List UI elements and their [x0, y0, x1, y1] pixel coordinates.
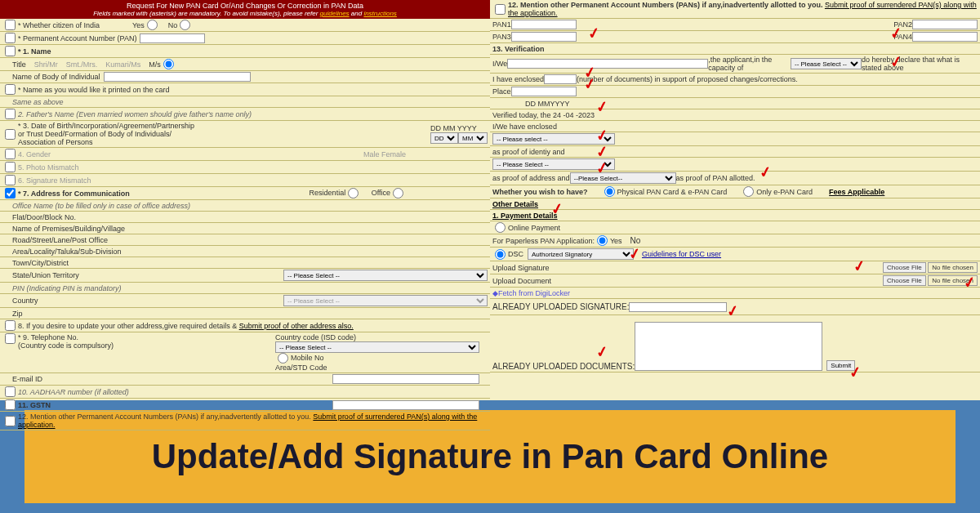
- citizen-check[interactable]: [5, 20, 16, 30]
- town-row: Town/City/District: [0, 257, 490, 269]
- place-row: Place: [490, 86, 980, 98]
- gstn-row: 11. GSTN: [0, 399, 490, 412]
- printed-check[interactable]: [5, 84, 16, 95]
- dsc-radio[interactable]: [495, 249, 506, 260]
- other-row: Other Details: [490, 199, 980, 210]
- addrproof-select[interactable]: -- Please Select --: [492, 158, 615, 170]
- gstn-input[interactable]: [332, 400, 479, 410]
- s8-check[interactable]: [5, 320, 16, 331]
- s8-row: 8. If you desire to update your other ad…: [0, 319, 490, 332]
- gender-row: 4. Gender Male Female: [0, 148, 490, 161]
- body-input[interactable]: [104, 72, 251, 82]
- mm-select[interactable]: MM: [458, 132, 488, 144]
- pin-row: PIN (Indicating PIN is mandatory): [0, 283, 490, 294]
- dob-inputs: DD MM YYYY DDMM: [430, 124, 488, 144]
- dob-row: * 3. Date of Birth/Incorporation/Agreeme…: [0, 121, 490, 148]
- enclosed-row: I have enclosed (number of documents) in…: [490, 74, 980, 86]
- dd-select[interactable]: DD: [430, 132, 458, 144]
- email-row: E-mail ID: [0, 373, 490, 386]
- ddmmyyyy-row: DD MMYYYY: [490, 98, 980, 109]
- area-row: Area/Locality/Taluka/Sub-Division: [0, 246, 490, 257]
- name-row: * 1. Name: [0, 45, 490, 58]
- addr-check[interactable]: [5, 188, 16, 199]
- online-radio[interactable]: [495, 222, 506, 233]
- digi-row: ◆ Fetch from DigiLocker: [490, 288, 980, 299]
- paperless-yes[interactable]: [597, 235, 608, 246]
- dob-check[interactable]: [5, 129, 16, 140]
- panproof-select[interactable]: --Please Select--: [570, 172, 676, 184]
- pan1-input[interactable]: [511, 20, 577, 29]
- upsig-row: Upload Signature Choose File No file cho…: [490, 261, 980, 274]
- photo-check[interactable]: [5, 162, 16, 172]
- s12-left-row: 12. Mention other Permanent Account Numb…: [0, 412, 490, 430]
- citizen-yes[interactable]: [147, 20, 158, 30]
- capacity-select[interactable]: -- Please Select --: [791, 58, 862, 69]
- pan4-input[interactable]: [912, 32, 978, 42]
- form-header: Request For New PAN Card Or/And Changes …: [0, 0, 490, 19]
- fees-link[interactable]: Fees Applicable: [829, 188, 884, 196]
- pan3-input[interactable]: [511, 32, 577, 42]
- alreadysig-input[interactable]: [629, 302, 727, 312]
- dsc-guide-link[interactable]: Guidelines for DSC user: [642, 250, 721, 258]
- pan2-input[interactable]: [912, 20, 978, 29]
- plsel2-row: -- Please Select --: [490, 158, 980, 172]
- citizen-row: * Whether citizen of India Yes No: [0, 19, 490, 32]
- wish-row: Whether you wish to have? Physical PAN C…: [490, 185, 980, 199]
- country-select[interactable]: -- Please Select --: [283, 295, 488, 306]
- instructions-link[interactable]: instructions: [363, 10, 396, 17]
- weencl-row: I/We have enclosed: [490, 121, 980, 132]
- off-radio[interactable]: [393, 188, 403, 199]
- s12-left-check[interactable]: [5, 416, 16, 426]
- alreadysig-row: ALREADY UPLOADED SIGNATURE:: [490, 299, 980, 315]
- pan-input[interactable]: [140, 33, 205, 43]
- citizen-no[interactable]: [180, 20, 190, 30]
- father-check[interactable]: [5, 109, 16, 119]
- doc-file-status: No file chosen: [928, 275, 978, 286]
- pan-row: * Permanent Account Number (PAN): [0, 32, 490, 45]
- premises-row: Name of Premises/Building/Village: [0, 223, 490, 234]
- digi-link[interactable]: Fetch from DigiLocker: [498, 289, 570, 297]
- pan-check[interactable]: [5, 33, 16, 43]
- state-select[interactable]: -- Please Select --: [283, 270, 488, 281]
- title-ms[interactable]: [163, 59, 174, 69]
- updoc-row: Upload Document Choose File No file chos…: [490, 274, 980, 288]
- sig-choose-btn[interactable]: Choose File: [883, 262, 926, 273]
- phys-radio[interactable]: [604, 186, 615, 197]
- aadhaar-row: 10. AADHAAR number (if allotted): [0, 386, 490, 399]
- name-check[interactable]: [5, 46, 16, 56]
- proofid-row: as proof of identiy and: [490, 146, 980, 158]
- gstn-check[interactable]: [5, 399, 16, 410]
- photo-row: 5. Photo Mismatch: [0, 161, 490, 174]
- email-input[interactable]: [332, 374, 479, 384]
- guidelines-link[interactable]: guidelines: [320, 10, 350, 17]
- iwe-input[interactable]: [507, 59, 708, 69]
- aadhaar-check[interactable]: [5, 386, 16, 397]
- s8-link[interactable]: Submit proof of other address also.: [239, 322, 354, 330]
- sig-check[interactable]: [5, 175, 16, 185]
- mobile-radio[interactable]: [278, 353, 288, 364]
- digilocker-icon: ◆: [492, 289, 498, 297]
- place-input[interactable]: [511, 87, 577, 96]
- s9-row: * 9. Telephone No. (Country code is comp…: [0, 332, 490, 373]
- paperless-row: For Paperless PAN Application: Yes No: [490, 234, 980, 248]
- verified-row: Verified today, the 24 -04 -2023: [490, 109, 980, 121]
- numdocs-input[interactable]: [544, 74, 577, 84]
- header-subtitle: Fields marked with (asterisk) are mandat…: [2, 10, 488, 17]
- submit-button[interactable]: Submit: [826, 360, 855, 371]
- s12-right-check[interactable]: [495, 4, 506, 15]
- online-row: Online Payment: [490, 221, 980, 234]
- right-panel: 12. Mention other Permanent Account Numb…: [490, 0, 980, 400]
- res-radio[interactable]: [348, 188, 359, 199]
- father-row: 2. Father's Name (Even married women sho…: [0, 108, 490, 121]
- isd-select[interactable]: -- Please Select --: [275, 341, 479, 353]
- iwe-row: I/We ,the applicant,in the capacity of -…: [490, 55, 980, 74]
- idproof-select[interactable]: -- Please select --: [492, 133, 615, 145]
- doc-choose-btn[interactable]: Choose File: [883, 275, 926, 286]
- s9-check[interactable]: [5, 333, 16, 344]
- title-row: Title Shri/Mr Smt./Mrs. Kumari/Ms M/s: [0, 58, 490, 71]
- same-row: Same as above: [0, 96, 490, 108]
- authsig-select[interactable]: Authorized Signatory: [528, 248, 634, 260]
- gender-check[interactable]: [5, 149, 16, 159]
- proofaddr-row: as proof of address and --Please Select-…: [490, 172, 980, 185]
- epan-radio[interactable]: [743, 186, 754, 197]
